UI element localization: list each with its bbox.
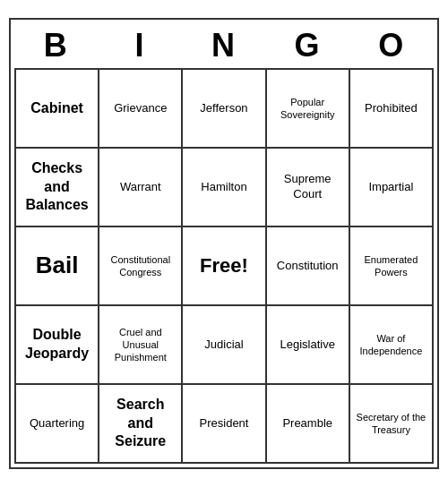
bingo-cell-15: Double Jeopardy [16,306,99,385]
bingo-header-letter: B [14,23,99,68]
bingo-cell-18: Legislative [267,306,350,385]
bingo-header-letter: N [182,23,266,68]
bingo-cell-5: Checks and Balances [16,149,99,227]
bingo-cell-22: President [183,385,266,464]
bingo-cell-0: Cabinet [16,70,99,149]
bingo-cell-14: Enumerated Powers [350,227,434,306]
bingo-cell-1: Grievance [99,70,183,149]
bingo-cell-3: Popular Sovereignity [267,70,350,149]
bingo-header-letter: G [266,23,350,68]
bingo-cell-24: Secretary of the Treasury [350,385,434,464]
bingo-card: BINGO CabinetGrievanceJeffersonPopular S… [9,18,439,469]
bingo-grid: CabinetGrievanceJeffersonPopular Soverei… [14,68,434,464]
bingo-cell-9: Impartial [350,149,434,227]
bingo-cell-11: Constitutional Congress [99,227,183,306]
bingo-cell-20: Quartering [16,385,99,464]
bingo-cell-7: Hamilton [183,149,266,227]
bingo-cell-6: Warrant [99,149,183,227]
bingo-header: BINGO [14,23,434,68]
bingo-cell-12: Free! [183,227,266,306]
bingo-cell-2: Jefferson [183,70,266,149]
bingo-header-letter: I [99,23,183,68]
bingo-cell-4: Prohibited [350,70,434,149]
bingo-cell-21: Search and Seizure [99,385,183,464]
bingo-cell-10: Bail [16,227,99,306]
bingo-header-letter: O [349,23,434,68]
bingo-cell-19: War of Independence [350,306,434,385]
bingo-cell-8: Supreme Court [267,149,350,227]
bingo-cell-23: Preamble [267,385,350,464]
bingo-cell-16: Cruel and Unusual Punishment [99,306,183,385]
bingo-cell-13: Constitution [267,227,350,306]
bingo-cell-17: Judicial [183,306,266,385]
